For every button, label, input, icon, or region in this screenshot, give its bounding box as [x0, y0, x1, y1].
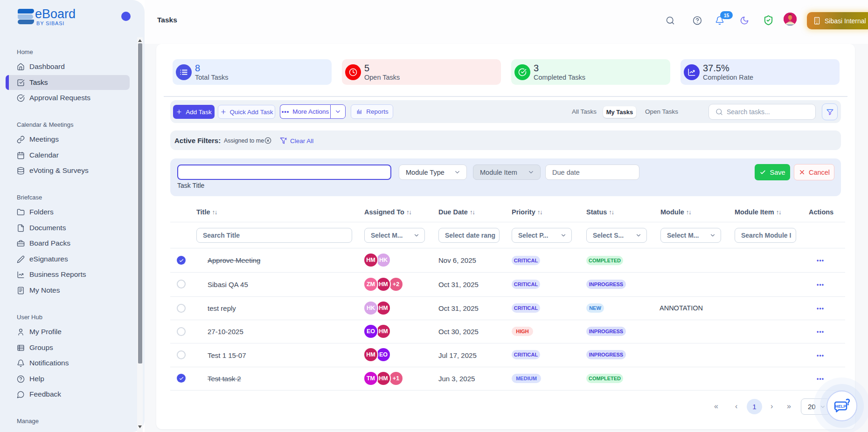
svg-text:HELP: HELP	[835, 404, 847, 409]
